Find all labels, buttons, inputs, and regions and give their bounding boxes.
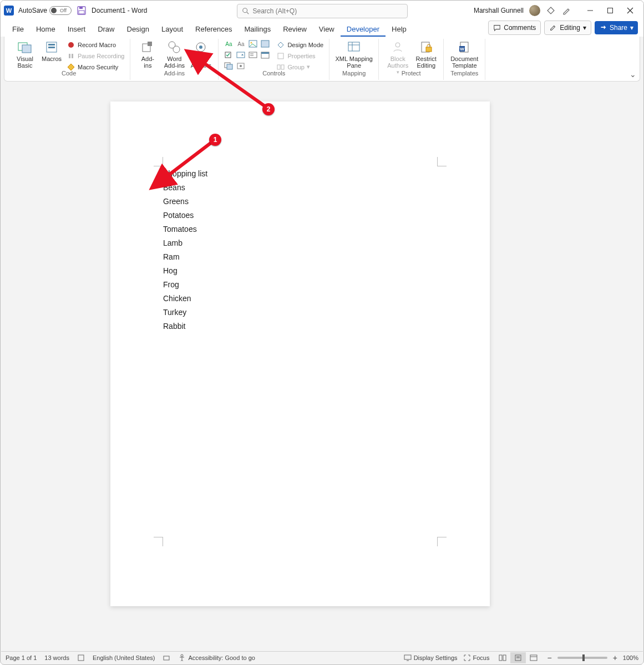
doc-line[interactable]: Tomatoes	[163, 222, 207, 236]
avatar[interactable]	[529, 5, 540, 16]
menu-mailings[interactable]: Mailings	[239, 22, 277, 37]
status-words[interactable]: 13 words	[44, 654, 69, 661]
menu-home[interactable]: Home	[30, 22, 62, 37]
close-button[interactable]	[620, 3, 640, 18]
svg-rect-2	[79, 11, 84, 14]
pause-recording-label: Pause Recording	[78, 53, 124, 59]
annotation-marker-1: 1	[209, 134, 221, 146]
doc-line[interactable]: Shopping list	[163, 167, 207, 181]
editing-button[interactable]: Editing ▾	[544, 21, 591, 35]
svg-rect-55	[78, 655, 84, 661]
ribbon-group-code: Visual Basic Macros Record Macro Pause R…	[8, 39, 130, 80]
xml-mapping-button[interactable]: XML Mapping Pane	[334, 39, 374, 69]
focus-button[interactable]: Focus	[463, 654, 490, 662]
text-predictions-icon[interactable]	[163, 654, 170, 662]
titlebar: W AutoSave Off Document1 - Word Search (…	[1, 1, 643, 20]
zoom-out[interactable]: −	[547, 653, 551, 662]
editing-label: Editing	[560, 24, 580, 32]
menu-file[interactable]: File	[6, 22, 30, 37]
svg-marker-18	[68, 64, 74, 70]
document-template-button[interactable]: WDocument Template	[448, 39, 480, 69]
diamond-icon[interactable]	[546, 6, 556, 16]
svg-rect-20	[148, 42, 152, 46]
picture-control-icon[interactable]	[247, 39, 258, 49]
menu-developer[interactable]: Developer	[341, 22, 386, 37]
dropdown-control-icon[interactable]	[247, 50, 258, 60]
minimize-button[interactable]	[580, 3, 600, 18]
com-addins-button[interactable]: COM Add-ins	[188, 39, 214, 69]
document-body[interactable]: Shopping list Beans Greens Potatoes Toma…	[163, 167, 207, 333]
restrict-editing-button[interactable]: Restrict Editing	[413, 39, 439, 69]
group-label-templates: Templates	[450, 70, 478, 77]
document-template-label: Document Template	[450, 55, 478, 69]
doc-line[interactable]: Ram	[163, 250, 207, 264]
doc-line[interactable]: Lamb	[163, 236, 207, 250]
view-web-layout[interactable]	[526, 652, 541, 663]
comments-label: Comments	[504, 24, 536, 32]
record-macro-button[interactable]: Record Macro	[65, 40, 125, 49]
search-box[interactable]: Search (Alt+Q)	[237, 4, 408, 18]
repeating-control-icon[interactable]	[223, 61, 234, 71]
status-accessibility[interactable]: Accessibility: Good to go	[178, 654, 255, 662]
status-page[interactable]: Page 1 of 1	[6, 654, 37, 661]
rich-text-control-icon[interactable]: Aa	[223, 39, 234, 49]
zoom-slider[interactable]	[557, 657, 607, 659]
ribbon-collapse-icon[interactable]: ⌄	[630, 70, 636, 79]
menu-layout[interactable]: Layout	[155, 22, 189, 37]
status-language[interactable]: English (United States)	[93, 654, 155, 661]
view-print-layout[interactable]	[510, 652, 526, 663]
pencil-icon	[549, 24, 557, 32]
svg-rect-14	[48, 47, 55, 48]
date-picker-control-icon[interactable]	[260, 50, 271, 60]
doc-line[interactable]: Potatoes	[163, 209, 207, 222]
group-label-code: Code	[62, 70, 76, 77]
zoom-level[interactable]: 100%	[623, 654, 638, 661]
checkbox-control-icon[interactable]	[223, 50, 234, 60]
zoom-in[interactable]: +	[613, 653, 617, 662]
visual-basic-button[interactable]: Visual Basic	[12, 39, 38, 69]
svg-rect-7	[608, 8, 613, 13]
doc-line[interactable]: Greens	[163, 195, 207, 209]
plain-text-control-icon[interactable]: Aa	[235, 39, 246, 49]
word-addins-button[interactable]: Word Add-ins	[161, 39, 187, 69]
addins-label: Add- ins	[141, 55, 154, 69]
display-settings[interactable]: Display Settings	[404, 654, 458, 662]
addins-button[interactable]: Add- ins	[135, 39, 160, 69]
doc-line[interactable]: Beans	[163, 181, 207, 195]
comments-button[interactable]: Comments	[488, 21, 541, 35]
doc-line[interactable]: Frog	[163, 278, 207, 292]
page[interactable]: Shopping list Beans Greens Potatoes Toma…	[110, 101, 490, 606]
design-mode-button[interactable]: Design Mode	[275, 40, 324, 49]
autosave-toggle[interactable]: Off	[49, 6, 72, 15]
menu-references[interactable]: References	[189, 22, 238, 37]
svg-rect-56	[164, 656, 169, 660]
doc-line[interactable]: Rabbit	[163, 319, 207, 333]
ribbon-group-controls: Aa Aa Design Mode Properties Group ▾	[219, 39, 329, 80]
doc-line[interactable]: Hog	[163, 264, 207, 278]
menu-view[interactable]: View	[313, 22, 341, 37]
macros-button[interactable]: Macros	[39, 39, 64, 62]
pen-icon[interactable]	[561, 6, 571, 16]
doc-line[interactable]: Chicken	[163, 292, 207, 306]
menu-insert[interactable]: Insert	[62, 22, 92, 37]
svg-rect-1	[79, 7, 83, 9]
menu-review[interactable]: Review	[277, 22, 313, 37]
doc-line[interactable]: Turkey	[163, 306, 207, 319]
svg-rect-43	[348, 42, 359, 51]
legacy-tools-icon[interactable]	[235, 61, 246, 71]
building-block-control-icon[interactable]	[260, 39, 271, 49]
combobox-control-icon[interactable]	[235, 50, 246, 60]
menu-draw[interactable]: Draw	[92, 22, 120, 37]
chevron-down-icon: ▾	[630, 24, 633, 32]
spellcheck-icon[interactable]	[77, 654, 85, 662]
menu-design[interactable]: Design	[121, 22, 155, 37]
view-read-mode[interactable]	[495, 652, 510, 663]
menubar: File Home Insert Draw Design Layout Refe…	[1, 20, 643, 37]
save-icon[interactable]	[77, 6, 86, 15]
maximize-button[interactable]	[600, 3, 620, 18]
macro-security-label: Macro Security	[78, 64, 118, 70]
menu-help[interactable]: Help	[386, 22, 413, 37]
svg-rect-16	[69, 54, 70, 58]
share-button[interactable]: Share ▾	[595, 21, 638, 34]
restrict-editing-label: Restrict Editing	[416, 55, 437, 69]
